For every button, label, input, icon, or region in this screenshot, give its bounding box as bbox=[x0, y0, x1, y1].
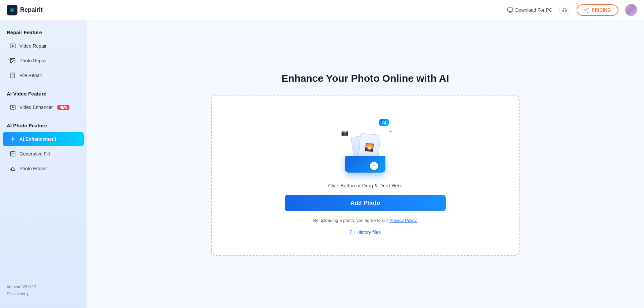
user-avatar[interactable] bbox=[625, 4, 637, 16]
privacy-pre-text: By uploading a photo, you agree to our bbox=[313, 218, 389, 223]
svg-point-7 bbox=[11, 59, 12, 60]
layout: Repair Feature Video Repair Photo Repair… bbox=[0, 20, 644, 308]
disclaimer-row[interactable]: Disclaimer ℹ bbox=[7, 291, 80, 298]
sidebar-item-label: Generative Fill bbox=[19, 151, 50, 157]
logo[interactable]: Repairit bbox=[7, 5, 43, 15]
section-title-ai-photo: AI Photo Feature bbox=[0, 120, 87, 132]
header: Repairit Download For PC 🛒 PRICING bbox=[0, 0, 644, 20]
sparkle-icon: ✦ bbox=[388, 128, 393, 135]
drop-zone[interactable]: 📷 AI ✦ 🏔 🌄 + Click Button or Drag & Drop… bbox=[211, 95, 520, 256]
svg-rect-13 bbox=[10, 151, 15, 156]
svg-rect-1 bbox=[508, 8, 513, 11]
folder-icon bbox=[350, 230, 355, 235]
sidebar-item-video-enhancer[interactable]: Video Enhancer NEW bbox=[3, 100, 84, 114]
ai-badge: AI bbox=[379, 119, 389, 126]
sidebar-item-ai-enhancement[interactable]: AI Enhancement bbox=[3, 132, 84, 146]
add-photo-button[interactable]: Add Photo bbox=[285, 195, 446, 211]
sidebar: Repair Feature Video Repair Photo Repair… bbox=[0, 20, 87, 308]
box-base: + bbox=[345, 156, 385, 173]
mountain-icon-2: 🌄 bbox=[364, 142, 374, 152]
privacy-text: By uploading a photo, you agree to our P… bbox=[313, 218, 417, 223]
logo-text: Repairit bbox=[20, 6, 43, 13]
sidebar-item-label: File Repair bbox=[19, 73, 42, 78]
sidebar-item-label: Video Enhancer bbox=[19, 105, 53, 110]
cart-icon: 🛒 bbox=[584, 7, 590, 13]
drop-hint: Click Button or Drag & Drop Here bbox=[328, 183, 402, 188]
sidebar-item-label: Photo Eraser bbox=[19, 166, 47, 171]
help-button[interactable] bbox=[559, 5, 570, 15]
pricing-button[interactable]: 🛒 PRICING bbox=[577, 4, 619, 16]
disclaimer-text: Disclaimer bbox=[7, 291, 25, 298]
logo-icon bbox=[7, 5, 17, 15]
content-card: Enhance Your Photo Online with AI 📷 AI ✦… bbox=[211, 73, 520, 256]
headphone-icon bbox=[562, 8, 567, 12]
sidebar-item-photo-repair[interactable]: Photo Repair bbox=[3, 54, 84, 68]
illustration: 📷 AI ✦ 🏔 🌄 + bbox=[335, 119, 395, 173]
sidebar-item-photo-eraser[interactable]: Photo Eraser bbox=[3, 162, 84, 176]
sidebar-item-label: AI Enhancement bbox=[19, 136, 56, 142]
section-title-repair: Repair Feature bbox=[0, 27, 87, 39]
pricing-label: PRICING bbox=[592, 7, 611, 13]
info-icon: ℹ bbox=[27, 292, 29, 297]
eraser-icon bbox=[9, 165, 16, 172]
download-link[interactable]: Download For PC bbox=[507, 7, 552, 13]
sidebar-item-label: Photo Repair bbox=[19, 58, 47, 63]
fill-icon bbox=[9, 150, 16, 157]
main-content: Enhance Your Photo Online with AI 📷 AI ✦… bbox=[87, 20, 644, 308]
svg-point-12 bbox=[12, 138, 14, 140]
svg-rect-8 bbox=[11, 73, 15, 78]
page-title: Enhance Your Photo Online with AI bbox=[211, 73, 520, 84]
version-text: Version: V3.0.12 bbox=[7, 284, 80, 291]
new-badge: NEW bbox=[57, 105, 69, 110]
section-title-ai-video: AI Video Feature bbox=[0, 88, 87, 100]
sidebar-footer: Version: V3.0.12 Disclaimer ℹ bbox=[0, 278, 87, 301]
photo-icon bbox=[9, 57, 16, 64]
history-files-link[interactable]: History files bbox=[350, 230, 381, 235]
privacy-policy-link[interactable]: Privacy Policy. bbox=[389, 218, 418, 223]
download-label: Download For PC bbox=[515, 7, 552, 13]
file-icon bbox=[9, 72, 16, 79]
sidebar-item-video-repair[interactable]: Video Repair bbox=[3, 39, 84, 53]
sidebar-item-file-repair[interactable]: File Repair bbox=[3, 68, 84, 82]
sidebar-item-generative-fill[interactable]: Generative Fill bbox=[3, 147, 84, 161]
monitor-icon bbox=[507, 7, 513, 13]
svg-marker-5 bbox=[12, 45, 14, 47]
ai-icon bbox=[9, 136, 16, 142]
sidebar-item-label: Video Repair bbox=[19, 43, 47, 49]
enhance-video-icon bbox=[9, 104, 16, 111]
video-icon bbox=[9, 43, 16, 49]
plus-circle: + bbox=[370, 162, 378, 170]
camera-icon: 📷 bbox=[341, 129, 348, 136]
svg-rect-4 bbox=[10, 44, 15, 48]
history-label: History files bbox=[357, 230, 381, 235]
header-actions: Download For PC 🛒 PRICING bbox=[507, 4, 637, 16]
